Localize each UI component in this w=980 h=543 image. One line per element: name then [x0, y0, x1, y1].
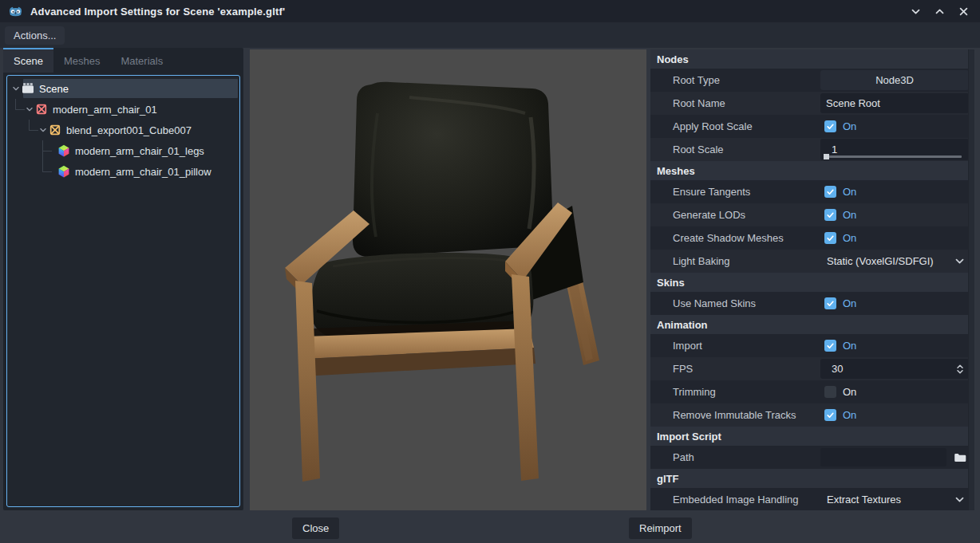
- scene-tree[interactable]: Scenemodern_arm_chair_01blend_export001_…: [6, 75, 240, 507]
- property-label: Generate LODs: [650, 203, 820, 226]
- create-shadow-meshes-checkbox[interactable]: On: [820, 232, 856, 244]
- tree-item-modern-arm-chair-01[interactable]: modern_arm_chair_01: [7, 99, 239, 120]
- tree-item-modern-arm-chair-01-legs[interactable]: modern_arm_chair_01_legs: [7, 140, 239, 161]
- bool-on-label: On: [843, 386, 856, 398]
- property-label: Create Shadow Meshes: [650, 226, 820, 250]
- light-baking-dropdown[interactable]: Static (VoxelGI/SDFGI): [820, 251, 969, 271]
- tab-scene[interactable]: Scene: [3, 48, 53, 73]
- root-type-button[interactable]: Node3D: [820, 70, 969, 90]
- bool-on-label: On: [843, 186, 856, 198]
- property-value-cell: [820, 446, 969, 469]
- property-label: Root Type: [650, 69, 820, 92]
- property-value-cell: On: [820, 403, 969, 427]
- close-button[interactable]: [958, 6, 969, 17]
- import-settings-inspector: NodesRoot TypeNode3DRoot NameScene RootA…: [650, 49, 974, 510]
- category-label: Import Script: [650, 431, 721, 443]
- generate-lods-checkbox[interactable]: On: [820, 209, 856, 221]
- mesh-node-icon: [49, 124, 61, 136]
- dropdown-selected-value: Static (VoxelGI/SDFGI): [827, 255, 934, 267]
- dropdown-selected-value: Extract Textures: [827, 494, 901, 506]
- menu-bar: Actions...: [0, 22, 980, 48]
- property-label: Path: [650, 446, 820, 469]
- property-value-cell: On: [820, 226, 969, 250]
- property-value-cell: Extract Textures: [820, 488, 969, 510]
- chevron-down-icon: [911, 6, 921, 17]
- maximize-button[interactable]: [935, 6, 945, 17]
- category-import-script: Import Script: [650, 427, 974, 446]
- import-checkbox[interactable]: On: [820, 340, 856, 352]
- property-label: FPS: [650, 357, 820, 380]
- path-input[interactable]: [820, 448, 946, 466]
- property-value-cell: Node3D: [820, 69, 969, 92]
- tree-item-scene[interactable]: Scene: [7, 78, 239, 99]
- category-gltf: glTF: [650, 469, 974, 488]
- root-scale-slider[interactable]: 1: [820, 139, 969, 160]
- tree-item-modern-arm-chair-01-pillow[interactable]: modern_arm_chair_01_pillow: [7, 161, 239, 182]
- bool-on-label: On: [843, 232, 856, 244]
- path-field: [820, 446, 969, 469]
- property-label: Trimming: [650, 380, 820, 403]
- minimize-button[interactable]: [911, 6, 921, 17]
- property-label: Use Named Skins: [650, 292, 820, 315]
- property-row-path: Path: [650, 446, 974, 469]
- property-row-light-baking: Light BakingStatic (VoxelGI/SDFGI): [650, 250, 974, 273]
- embedded-image-handling-dropdown[interactable]: Extract Textures: [820, 490, 969, 510]
- property-row-import: ImportOn: [650, 334, 974, 357]
- tab-materials[interactable]: Materials: [110, 48, 173, 73]
- fps-spinbox[interactable]: 30: [820, 359, 969, 379]
- tree-guide-line: [42, 161, 52, 172]
- category-label: Nodes: [650, 53, 689, 65]
- property-value-cell: Scene Root: [820, 92, 969, 115]
- bool-on-label: On: [843, 340, 856, 352]
- tree-item-blend-export001-cube007[interactable]: blend_export001_Cube007: [7, 120, 239, 140]
- bool-on-label: On: [843, 209, 856, 221]
- slider-value: 1: [832, 144, 837, 155]
- dropdown-chevron-icon: [954, 494, 965, 505]
- tab-meshes[interactable]: Meshes: [53, 48, 111, 73]
- checkbox-checked-icon: [824, 120, 836, 132]
- ensure-tangents-checkbox[interactable]: On: [820, 186, 856, 198]
- mesh-icon: [57, 144, 70, 157]
- property-row-remove-immutable-tracks: Remove Immutable TracksOn: [650, 403, 974, 427]
- property-label: Apply Root Scale: [650, 115, 820, 138]
- tree-item-label: Scene: [39, 83, 69, 95]
- category-label: Skins: [650, 277, 685, 289]
- category-nodes: Nodes: [650, 49, 974, 69]
- property-value-cell: 1: [820, 138, 969, 161]
- slider-grabber[interactable]: [824, 154, 829, 159]
- use-named-skins-checkbox[interactable]: On: [820, 297, 856, 309]
- property-row-embedded-image-handling: Embedded Image HandlingExtract Textures: [650, 488, 974, 510]
- mesh-icon: [57, 165, 70, 178]
- root-name-input[interactable]: Scene Root: [820, 93, 969, 113]
- actions-menu-button[interactable]: Actions...: [5, 26, 65, 45]
- slider-track[interactable]: [826, 155, 962, 158]
- category-meshes: Meshes: [650, 161, 974, 180]
- tree-item-label: modern_arm_chair_01_pillow: [75, 166, 211, 178]
- trimming-checkbox[interactable]: On: [820, 386, 856, 398]
- category-animation: Animation: [650, 315, 974, 334]
- inspector-scrollbar[interactable]: [968, 49, 974, 510]
- checkbox-checked-icon: [824, 232, 836, 244]
- browse-path-button[interactable]: [951, 449, 969, 466]
- bool-on-label: On: [843, 297, 856, 309]
- close-button[interactable]: Close: [292, 517, 339, 539]
- property-row-root-scale: Root Scale1: [650, 138, 974, 161]
- checkbox-checked-icon: [824, 340, 836, 352]
- spinbox-updown-icon[interactable]: [955, 363, 965, 376]
- checkbox-checked-icon: [824, 209, 836, 221]
- property-row-ensure-tangents: Ensure TangentsOn: [650, 180, 974, 203]
- scene-tree-panel: SceneMeshesMaterials Scenemodern_arm_cha…: [3, 48, 243, 510]
- remove-immutable-tracks-checkbox[interactable]: On: [820, 409, 856, 421]
- tree-guide-line: [42, 140, 52, 161]
- tree-expand-icon[interactable]: [38, 124, 49, 136]
- property-value-cell: On: [820, 334, 969, 357]
- reimport-button[interactable]: Reimport: [629, 517, 692, 539]
- tree-expand-icon[interactable]: [24, 104, 35, 115]
- property-label: Light Baking: [650, 250, 820, 273]
- tree-item-label: modern_arm_chair_01_legs: [75, 145, 204, 157]
- 3d-preview-viewport[interactable]: [250, 49, 646, 510]
- chevron-up-icon: [935, 6, 945, 17]
- apply-root-scale-checkbox[interactable]: On: [820, 120, 856, 132]
- tree-expand-icon[interactable]: [10, 83, 22, 94]
- property-value-cell: 30: [820, 357, 969, 380]
